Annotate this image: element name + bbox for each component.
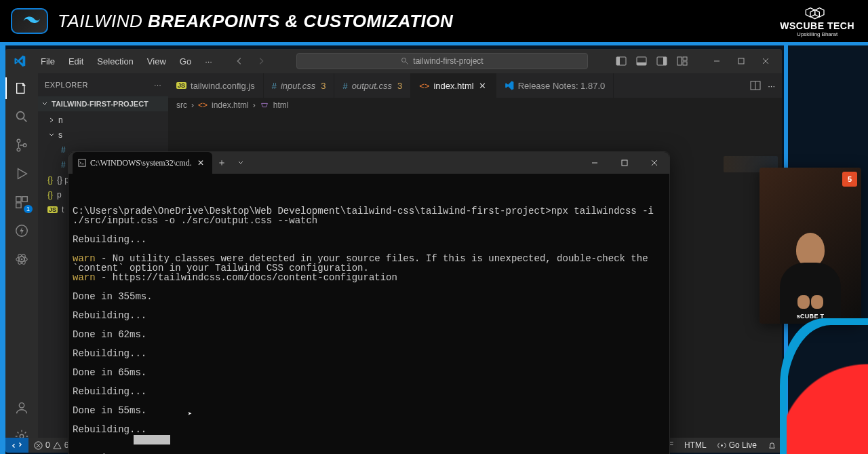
terminal-window: C:\WINDOWS\system32\cmd. ✕ ＋ ➤ C:\Users\… bbox=[68, 151, 670, 454]
thunder-icon[interactable] bbox=[12, 221, 31, 240]
nav-forward-icon[interactable] bbox=[253, 53, 269, 69]
account-icon[interactable] bbox=[12, 398, 31, 417]
terminal-tab-close-icon[interactable]: ✕ bbox=[196, 158, 205, 168]
remote-icon[interactable] bbox=[5, 438, 28, 453]
terminal-titlebar: C:\WINDOWS\system32\cmd. ✕ ＋ bbox=[68, 152, 669, 174]
svg-point-3 bbox=[402, 58, 406, 62]
extensions-icon[interactable]: 1 bbox=[12, 193, 31, 212]
css-file-icon: # bbox=[342, 81, 347, 91]
tab-release-notes[interactable]: Release Notes: 1.87.0 bbox=[496, 73, 614, 98]
svg-rect-10 bbox=[677, 57, 682, 65]
source-control-icon[interactable] bbox=[12, 136, 31, 155]
svg-rect-12 bbox=[683, 62, 687, 65]
svg-point-26 bbox=[19, 403, 24, 408]
explorer-icon[interactable] bbox=[12, 79, 31, 98]
symbol-icon bbox=[260, 100, 269, 110]
terminal-body[interactable]: ➤ C:\Users\prade\OneDrive\Desktop\Web De… bbox=[68, 174, 669, 454]
breadcrumbs[interactable]: src › <> index.html › html bbox=[168, 98, 782, 113]
cmd-icon bbox=[78, 159, 86, 167]
tailwind-logo bbox=[11, 8, 48, 34]
svg-rect-18 bbox=[16, 197, 21, 202]
layout-sidebar-left-icon[interactable] bbox=[612, 54, 630, 69]
window-minimize-icon[interactable] bbox=[705, 52, 729, 71]
svg-point-35 bbox=[721, 444, 723, 447]
svg-rect-36 bbox=[79, 159, 85, 166]
svg-point-15 bbox=[17, 139, 20, 143]
brand-logo: WSCUBE TECH Upskilling Bharat bbox=[780, 5, 854, 37]
svg-rect-19 bbox=[22, 197, 27, 202]
menu-go[interactable]: Go bbox=[173, 56, 198, 67]
decorative-swoosh bbox=[780, 318, 868, 454]
search-icon bbox=[401, 57, 409, 65]
layout-sidebar-right-icon[interactable] bbox=[653, 54, 671, 69]
svg-rect-9 bbox=[663, 57, 667, 65]
svg-rect-37 bbox=[622, 160, 627, 166]
customize-layout-icon[interactable] bbox=[673, 54, 691, 69]
titlebar: File Edit Selection View Go ··· tailwind… bbox=[5, 49, 782, 73]
banner-title: TAILWIND BREAKPOINTS & CUSTOMIZATION bbox=[58, 11, 453, 32]
terminal-maximize-icon[interactable] bbox=[610, 152, 639, 174]
svg-rect-11 bbox=[683, 57, 687, 60]
search-text: tailwind-first-project bbox=[413, 56, 483, 66]
more-icon[interactable]: ··· bbox=[154, 81, 161, 89]
explorer-header: EXPLORER ··· bbox=[38, 73, 168, 96]
terminal-new-tab-icon[interactable]: ＋ bbox=[212, 152, 231, 174]
terminal-close-icon[interactable] bbox=[639, 152, 669, 174]
svg-point-16 bbox=[17, 148, 20, 151]
menu-edit[interactable]: Edit bbox=[62, 56, 90, 67]
layout-panel-icon[interactable] bbox=[633, 54, 650, 69]
menu-more[interactable]: ··· bbox=[198, 56, 219, 67]
tab-index-html[interactable]: <> index.html ✕ bbox=[411, 73, 496, 98]
project-section[interactable]: TAILWIND-FIRST-PROJECT bbox=[38, 96, 168, 111]
terminal-minimize-icon[interactable] bbox=[580, 152, 610, 174]
tab-tailwind-config[interactable]: JS tailwind.config.js bbox=[168, 73, 264, 98]
mouse-cursor-icon: ➤ bbox=[188, 411, 192, 418]
terminal-tab[interactable]: C:\WINDOWS\system32\cmd. ✕ bbox=[73, 152, 212, 174]
close-tab-icon[interactable]: ✕ bbox=[478, 81, 488, 90]
menu-view[interactable]: View bbox=[140, 56, 173, 67]
terminal-dropdown-icon[interactable] bbox=[231, 152, 250, 174]
tabs: JS tailwind.config.js # input.css 3 # ou… bbox=[168, 73, 782, 98]
status-language[interactable]: HTML bbox=[679, 440, 712, 450]
chevron-down-icon bbox=[41, 100, 49, 108]
tab-input-css[interactable]: # input.css 3 bbox=[264, 73, 335, 98]
command-center[interactable]: tailwind-first-project bbox=[279, 53, 606, 69]
vscode-file-icon bbox=[505, 81, 514, 90]
html-file-icon: <> bbox=[419, 81, 429, 91]
svg-point-17 bbox=[23, 144, 26, 147]
banner: TAILWIND BREAKPOINTS & CUSTOMIZATION WSC… bbox=[0, 0, 868, 42]
menu-file[interactable]: File bbox=[34, 56, 62, 67]
nav-back-icon[interactable] bbox=[231, 53, 248, 69]
html5-badge-icon: 5 bbox=[842, 172, 857, 187]
activity-bar: 1 bbox=[5, 73, 38, 453]
atom-icon[interactable] bbox=[12, 250, 31, 269]
svg-rect-5 bbox=[616, 57, 620, 65]
css-file-icon: # bbox=[272, 81, 277, 91]
debug-icon[interactable] bbox=[12, 164, 31, 183]
webcam-overlay: 5 sCUBE T bbox=[760, 168, 861, 324]
svg-rect-13 bbox=[738, 58, 744, 64]
vscode-logo-icon bbox=[12, 54, 27, 69]
search-icon[interactable] bbox=[12, 107, 31, 126]
tab-output-css[interactable]: # output.css 3 bbox=[334, 73, 411, 98]
side-panel: 5 sCUBE T bbox=[746, 45, 868, 454]
menu-selection[interactable]: Selection bbox=[90, 56, 140, 67]
svg-rect-20 bbox=[16, 203, 21, 208]
svg-point-14 bbox=[17, 112, 24, 119]
svg-point-25 bbox=[21, 259, 23, 261]
svg-rect-7 bbox=[637, 62, 646, 65]
js-file-icon: JS bbox=[176, 82, 186, 89]
